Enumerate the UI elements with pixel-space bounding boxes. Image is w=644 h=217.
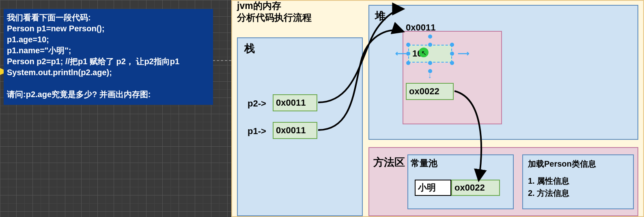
diagram-canvas[interactable]: jvm的内存 分析代码执行流程 栈 p2-> 0x0011 p1-> 0x001… (231, 0, 644, 217)
stack-label: 栈 (244, 41, 255, 56)
p1-address-value: 0x0011 (276, 125, 306, 136)
p1-address-box[interactable]: 0x0011 (273, 122, 317, 139)
p2-pointer-label: p2-> (248, 98, 266, 109)
extend-right-icon[interactable]: ⟶ (458, 48, 470, 58)
selection-handle[interactable] (450, 43, 454, 47)
code-intro: 我们看看下面一段代码: (7, 13, 91, 22)
class-info-item-1: 1. 属性信息 (528, 175, 628, 187)
selection-handle[interactable] (428, 35, 432, 39)
class-info-title: 加载Person类信息 (528, 158, 628, 170)
selection-handle[interactable] (428, 43, 432, 47)
selection-handle[interactable] (450, 52, 454, 56)
code-line-2: p1.age=10; (7, 35, 49, 44)
code-line-5: System.out.println(p2.age); (7, 68, 112, 77)
constant-pool-label: 常量池 (411, 157, 437, 169)
code-question: 请问:p2.age究竟是多少? 并画出内存图: (7, 90, 151, 99)
selection-handle[interactable] (406, 61, 410, 65)
extend-down-icon[interactable]: ↓ (428, 71, 432, 80)
extend-left-icon[interactable]: ⟵ (395, 48, 407, 58)
heap-object-address: 0x0011 (406, 22, 435, 33)
constant-entry-value: 小明 (418, 182, 436, 194)
diagram-title: jvm的内存 分析代码执行流程 (237, 0, 312, 24)
constant-entry-value-box[interactable]: 小明 (415, 180, 451, 196)
selection-handle[interactable] (428, 61, 432, 65)
title-line-2: 分析代码执行流程 (237, 12, 312, 24)
constant-entry-addr-box[interactable]: ox0022 (451, 180, 500, 196)
method-area-label: 方法区 (373, 155, 405, 169)
code-line-3: p1.name="小明"; (7, 46, 71, 55)
class-info-item-2: 2. 方法信息 (528, 187, 628, 199)
code-line-1: Person p1=new Person(); (7, 24, 105, 33)
selection-handle[interactable] (450, 61, 454, 65)
name-ref-value: ox0022 (409, 86, 439, 97)
code-line-4: Person p2=p1; //把p1 赋给了 p2， 让p2指向p1 (7, 57, 179, 66)
p1-pointer-label: p1-> (248, 126, 266, 137)
editor-grid-background: 我们看看下面一段代码: Person p1=new Person(); p1.a… (0, 0, 231, 217)
selection-handle[interactable] (406, 43, 410, 47)
age-field-box[interactable]: 10 (408, 45, 452, 63)
constant-entry-addr: ox0022 (454, 182, 485, 193)
title-line-1: jvm的内存 (237, 0, 312, 12)
class-info-box: 加载Person类信息 1. 属性信息 2. 方法信息 (522, 154, 634, 209)
heap-label: 堆 (375, 9, 386, 23)
p2-address-box[interactable]: 0x0011 (273, 94, 317, 111)
code-text-box: 我们看看下面一段代码: Person p1=new Person(); p1.a… (4, 9, 213, 105)
p2-address-value: 0x0011 (276, 98, 306, 108)
name-ref-box[interactable]: ox0022 (406, 83, 454, 100)
edit-cursor-icon (419, 48, 429, 57)
